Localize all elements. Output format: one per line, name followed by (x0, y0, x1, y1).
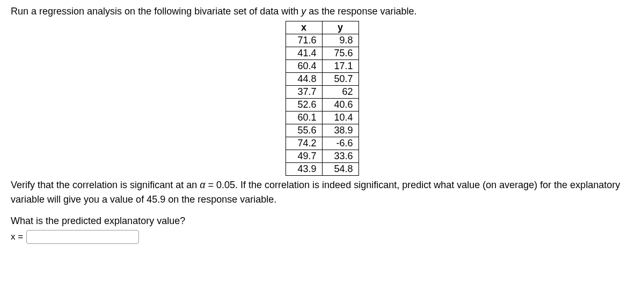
intro-text-1: Run a regression analysis on the followi… (11, 6, 301, 17)
table-row: 44.850.7 (286, 73, 358, 86)
cell-x: 60.1 (286, 111, 322, 124)
cell-y: 75.6 (322, 47, 358, 60)
question-intro: Run a regression analysis on the followi… (11, 4, 633, 19)
table-row: 74.2-6.6 (286, 137, 358, 150)
cell-x: 49.7 (286, 150, 322, 163)
table-row: 52.640.6 (286, 99, 358, 111)
cell-y: 33.6 (322, 150, 358, 163)
followup-alpha-val: 0.05 (216, 180, 235, 190)
followup-text-3: on the response variable. (165, 194, 276, 205)
cell-y: 38.9 (322, 124, 358, 137)
followup-target-val: 45.9 (147, 194, 165, 205)
cell-y: 9.8 (322, 34, 358, 47)
alpha-symbol: α (200, 180, 205, 190)
answer-row: x = (11, 230, 633, 244)
cell-x: 74.2 (286, 137, 322, 150)
table-row: 41.475.6 (286, 47, 358, 60)
table-row: 43.954.8 (286, 163, 358, 176)
cell-y: 54.8 (322, 163, 358, 176)
cell-x: 37.7 (286, 86, 322, 99)
cell-x: 60.4 (286, 60, 322, 73)
intro-var-y: y (301, 6, 306, 17)
cell-y: 62 (322, 86, 358, 99)
table-row: 60.110.4 (286, 111, 358, 124)
cell-x: 71.6 (286, 34, 322, 47)
cell-y: 40.6 (322, 99, 358, 111)
table-row: 37.762 (286, 86, 358, 99)
cell-y: 50.7 (322, 73, 358, 86)
cell-x: 52.6 (286, 99, 322, 111)
cell-y: 17.1 (322, 60, 358, 73)
table-row: 55.638.9 (286, 124, 358, 137)
followup-instructions: Verify that the correlation is significa… (11, 178, 633, 207)
cell-x: 43.9 (286, 163, 322, 176)
cell-x: 55.6 (286, 124, 322, 137)
table-row: 71.69.8 (286, 34, 358, 47)
col-header-x: x (286, 21, 322, 34)
cell-x: 41.4 (286, 47, 322, 60)
cell-x: 44.8 (286, 73, 322, 86)
followup-eq: = (205, 180, 216, 190)
answer-input[interactable] (26, 230, 139, 244)
table-row: 49.733.6 (286, 150, 358, 163)
cell-y: 10.4 (322, 111, 358, 124)
cell-y: -6.6 (322, 137, 358, 150)
question-prompt: What is the predicted explanatory value? (11, 215, 633, 227)
intro-text-2: as the response variable. (306, 6, 416, 17)
table-header-row: x y (286, 21, 358, 34)
data-table: x y 71.69.8 41.475.6 60.417.1 44.850.7 3… (286, 21, 359, 176)
answer-label: x = (11, 232, 23, 242)
table-row: 60.417.1 (286, 60, 358, 73)
col-header-y: y (322, 21, 358, 34)
followup-text-1: Verify that the correlation is significa… (11, 180, 200, 190)
